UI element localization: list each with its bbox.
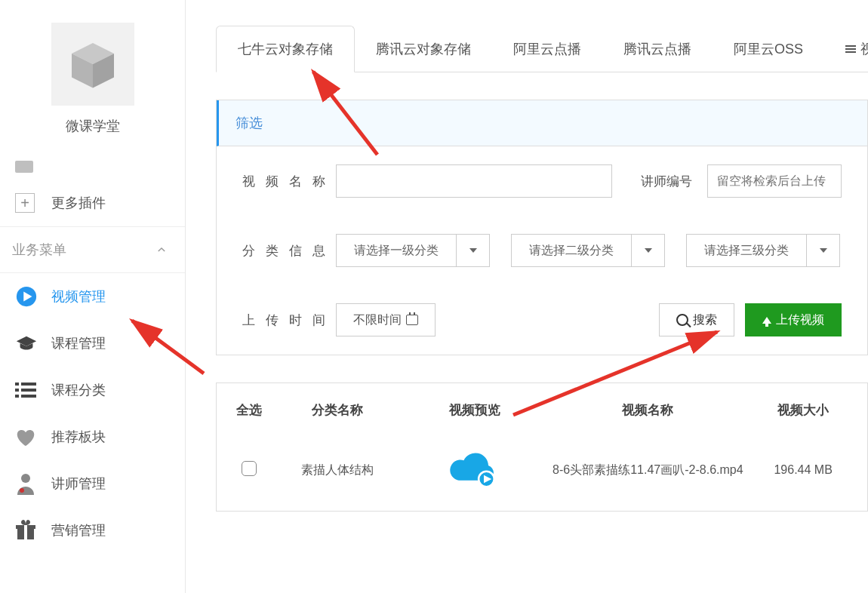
graduation-cap-icon xyxy=(15,333,38,353)
svg-rect-10 xyxy=(15,395,19,398)
upload-video-button[interactable]: 上传视频 xyxy=(745,303,842,336)
play-circle-icon xyxy=(15,285,38,308)
caret-down-icon xyxy=(469,248,477,253)
th-name: 视频名称 xyxy=(549,401,746,419)
cube-icon xyxy=(66,38,119,91)
tab-video-cut[interactable]: 视 xyxy=(824,26,868,72)
svg-rect-8 xyxy=(15,389,19,392)
app-logo xyxy=(51,23,134,106)
tab-aliyun-vod[interactable]: 阿里云点播 xyxy=(492,26,602,72)
sidebar: 微课学堂 + 更多插件 业务菜单 视频管理 课程管理 xyxy=(0,0,186,593)
filter-card: 筛选 视频名称 讲师编号 分类信息 请选择一级分类 请选择二级分类 请选择三级分… xyxy=(216,100,868,355)
list-icon xyxy=(15,382,36,398)
sidebar-item-label: 课程分类 xyxy=(51,381,106,399)
doctor-icon xyxy=(15,472,36,495)
sidebar-section-label: 业务菜单 xyxy=(12,241,66,259)
cell-size: 196.44 MB xyxy=(774,463,832,476)
th-select[interactable]: 全选 xyxy=(224,401,273,419)
calendar-icon xyxy=(406,315,418,325)
brand-name: 微课学堂 xyxy=(0,117,185,135)
select-cat3[interactable]: 请选择三级分类 xyxy=(686,234,840,267)
cloud-play-icon[interactable] xyxy=(448,452,501,488)
sidebar-item-label: 课程管理 xyxy=(51,334,106,352)
storage-tabs: 七牛云对象存储 腾讯云对象存储 阿里云点播 腾讯云点播 阿里云OSS 视 xyxy=(216,26,868,72)
sidebar-item-label: 讲师管理 xyxy=(51,475,106,493)
main-content: 七牛云对象存储 腾讯云对象存储 阿里云点播 腾讯云点播 阿里云OSS 视 筛选 … xyxy=(216,26,868,512)
plus-icon: + xyxy=(15,193,35,213)
sidebar-item-label: 推荐板块 xyxy=(51,428,106,446)
upload-time-picker[interactable]: 不限时间 xyxy=(336,303,436,336)
video-table: 全选 分类名称 视频预览 视频名称 视频大小 素描人体结构 xyxy=(216,383,868,512)
table-header-row: 全选 分类名称 视频预览 视频名称 视频大小 xyxy=(217,383,867,437)
sidebar-item-label: 更多插件 xyxy=(51,194,106,212)
sidebar-item-marketing[interactable]: 营销管理 xyxy=(0,507,185,554)
svg-rect-6 xyxy=(15,383,19,386)
tab-qiniu[interactable]: 七牛云对象存储 xyxy=(216,26,355,72)
card-icon xyxy=(15,161,33,173)
teacher-no-input[interactable] xyxy=(707,164,842,198)
caret-down-icon xyxy=(645,248,652,253)
svg-rect-11 xyxy=(21,395,36,398)
sidebar-section-header[interactable]: 业务菜单 xyxy=(0,226,185,273)
label-video-name: 视频名称 xyxy=(242,173,325,190)
sidebar-item-teacher-manage[interactable]: 讲师管理 xyxy=(0,460,185,507)
svg-marker-5 xyxy=(17,336,36,346)
label-teacher-no: 讲师编号 xyxy=(641,173,692,190)
sidebar-item-video-manage[interactable]: 视频管理 xyxy=(0,273,185,320)
sidebar-item-label: 视频管理 xyxy=(51,287,106,306)
caret-down-icon xyxy=(820,248,827,253)
label-upload-time: 上传时间 xyxy=(242,312,325,329)
cell-name: 8-6头部素描练11.47画叭-2-8.6.mp4 xyxy=(553,463,743,476)
heart-icon xyxy=(15,427,36,447)
tab-tencent-cos[interactable]: 腾讯云对象存储 xyxy=(355,26,492,72)
gift-icon xyxy=(15,520,36,541)
list-icon xyxy=(845,45,856,53)
sidebar-item-label: 营销管理 xyxy=(51,521,106,539)
upload-icon xyxy=(762,317,771,324)
label-category: 分类信息 xyxy=(242,242,325,260)
svg-point-12 xyxy=(21,474,30,483)
sidebar-item-recommend[interactable]: 推荐板块 xyxy=(0,413,185,460)
sidebar-item-course-category[interactable]: 课程分类 xyxy=(0,367,185,413)
svg-rect-7 xyxy=(21,383,36,386)
sidebar-item-clipped[interactable] xyxy=(0,154,185,180)
search-button[interactable]: 搜索 xyxy=(659,303,734,336)
th-category: 分类名称 xyxy=(273,401,400,419)
select-cat1[interactable]: 请选择一级分类 xyxy=(336,234,490,267)
svg-rect-9 xyxy=(21,389,36,392)
sidebar-item-more-plugins[interactable]: + 更多插件 xyxy=(0,180,185,226)
tab-aliyun-oss[interactable]: 阿里云OSS xyxy=(713,26,824,72)
select-cat2[interactable]: 请选择二级分类 xyxy=(511,234,665,267)
th-preview: 视频预览 xyxy=(401,401,549,419)
video-name-input[interactable] xyxy=(336,164,612,198)
cell-category: 素描人体结构 xyxy=(301,463,374,476)
search-icon xyxy=(676,314,688,326)
filter-header: 筛选 xyxy=(217,100,867,146)
th-size: 视频大小 xyxy=(746,401,860,419)
svg-point-13 xyxy=(20,488,24,493)
sidebar-item-course-manage[interactable]: 课程管理 xyxy=(0,320,185,367)
tab-tencent-vod[interactable]: 腾讯云点播 xyxy=(602,26,713,72)
svg-rect-16 xyxy=(24,525,27,539)
chevron-down-icon xyxy=(156,244,167,255)
table-row: 素描人体结构 8-6头部素描练11.47画叭-2-8.6.mp4 196.44 … xyxy=(217,437,867,503)
row-checkbox[interactable] xyxy=(242,461,257,476)
